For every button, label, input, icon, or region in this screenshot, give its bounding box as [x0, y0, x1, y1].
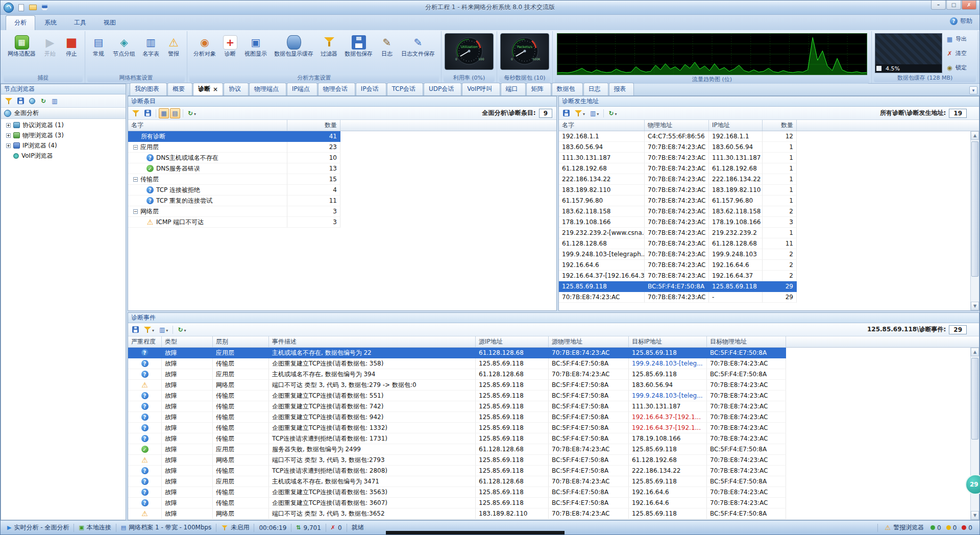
column-header[interactable]: 目标物理地址	[707, 336, 786, 347]
diagnosis-event-row[interactable]: 故障 应用层 服务器失败, 数据包编号为 2499 61.128.128.68 …	[128, 444, 786, 455]
ribbon-tab[interactable]: 视图	[95, 16, 124, 30]
ribbon-button[interactable]: 常规	[88, 33, 109, 59]
diagnosis-item-row[interactable]: DNS主机或域名不存在 10	[128, 153, 340, 163]
ribbon-tab[interactable]: 分析	[6, 15, 35, 30]
scrollbar-thumb[interactable]	[971, 141, 978, 277]
view-tab[interactable]: 端口	[501, 83, 526, 95]
maximize-button[interactable]	[946, 1, 961, 10]
column-header[interactable]: 事件描述	[269, 336, 476, 347]
column-header[interactable]: 数量	[763, 120, 797, 131]
address-row[interactable]: 61.128.128.68 70:7B:E8:74:23:AC 61.128.1…	[559, 238, 797, 249]
diagnosis-event-row[interactable]: 故障 传输层 企图重复建立TCP连接(请看数据包: 1332) 125.85.6…	[128, 423, 786, 433]
view-tab[interactable]: 报表	[609, 83, 634, 95]
ribbon-button[interactable]: 警报	[163, 33, 184, 59]
diagnosis-item-row[interactable]: ICMP 端口不可达 3	[128, 217, 340, 228]
address-row[interactable]: 61.128.192.68 70:7B:E8:74:23:AC 61.128.1…	[559, 163, 797, 174]
ribbon-button[interactable]: 节点分组	[110, 33, 138, 59]
save-project-icon[interactable]	[40, 3, 49, 12]
ribbon-button[interactable]: 数据包显示缓存	[271, 33, 316, 59]
app-logo-icon[interactable]	[4, 3, 14, 13]
save-icon[interactable]	[561, 108, 572, 118]
address-row[interactable]: 183.60.56.94 70:7B:E8:74:23:AC 183.60.56…	[559, 142, 797, 153]
address-row[interactable]: 70:7B:E8:74:23:AC 70:7B:E8:74:23:AC - 29	[559, 292, 797, 303]
stop-button[interactable]: 停止	[61, 33, 82, 59]
scroll-down-icon[interactable]	[971, 511, 979, 520]
column-header[interactable]: 严重程度	[128, 336, 162, 347]
view-tab[interactable]: TCP会话	[387, 83, 423, 95]
diagnosis-event-row[interactable]: 故障 传输层 企图重复建立TCP连接(请看数据包: 742) 125.85.69…	[128, 401, 786, 412]
ribbon-button[interactable]: 名字表	[139, 33, 162, 59]
diagnosis-event-row[interactable]: 故障 应用层 主机或域名不存在, 数据包编号为 22 61.128.128.68…	[128, 348, 786, 358]
minimize-button[interactable]	[931, 1, 946, 10]
tree-item[interactable]: IP浏览器 (4)	[1, 140, 126, 151]
refresh-icon[interactable]	[38, 96, 48, 106]
view-tab[interactable]: 数据包	[552, 83, 583, 95]
view-tab[interactable]: 矩阵	[526, 83, 551, 95]
expand-icon[interactable]	[6, 133, 11, 138]
diagnosis-event-row[interactable]: 故障 传输层 企图重复建立TCP连接(请看数据包: 3563) 125.85.6…	[128, 487, 786, 498]
view-tab[interactable]: VoIP呼叫	[462, 83, 500, 95]
ribbon-button[interactable]: 分析对象	[190, 33, 219, 59]
ribbon-button[interactable]: 诊断	[220, 33, 240, 59]
ribbon-button[interactable]: 日志	[377, 33, 397, 59]
view-tab[interactable]: 日志	[583, 83, 608, 95]
filter-icon[interactable]	[3, 96, 14, 106]
expand-icon[interactable]	[6, 123, 11, 128]
diagnosis-event-row[interactable]: 故障 传输层 TCP连接请求遭到拒绝(请看数据包: 2808) 125.85.6…	[128, 466, 786, 476]
address-row[interactable]: 219.232.239.2-[www.csna... 70:7B:E8:74:2…	[559, 228, 797, 238]
diagnosis-item-row[interactable]: 网络层 3	[128, 206, 340, 217]
diagnosis-event-row[interactable]: 故障 应用层 主机或域名不存在, 数据包编号为 394 61.128.128.6…	[128, 369, 786, 380]
view-tab[interactable]: 协议	[224, 83, 249, 95]
new-project-icon[interactable]	[16, 3, 26, 12]
scroll-down-icon[interactable]	[971, 302, 979, 310]
filter-icon[interactable]	[130, 108, 141, 118]
expand-icon[interactable]	[6, 143, 11, 148]
save-icon[interactable]	[142, 108, 153, 118]
refresh-icon[interactable]	[186, 108, 198, 118]
diagnosis-event-row[interactable]: 故障 网络层 端口不可达 类型 3, 代码 3, 数据包:2793 125.85…	[128, 455, 786, 466]
scrollbar-thumb[interactable]	[971, 358, 978, 440]
diagnosis-item-row[interactable]: 传输层 15	[128, 174, 340, 185]
columns-icon[interactable]	[157, 325, 170, 335]
grid-icon[interactable]	[50, 96, 60, 106]
tree-item[interactable]: 协议浏览器 (1)	[1, 120, 126, 130]
diagnosis-event-row[interactable]: 故障 传输层 TCP连接请求遭到拒绝(请看数据包: 1731) 125.85.6…	[128, 433, 786, 444]
vertical-scrollbar[interactable]	[970, 131, 979, 310]
buffer-button[interactable]: 导出	[946, 35, 975, 43]
ribbon-button[interactable]: 视图显示	[241, 33, 270, 59]
diagnosis-event-row[interactable]: 故障 网络层 端口不可达 类型 3, 代码 3, 数据包:279 -> 数据包:…	[128, 380, 786, 391]
tree-item[interactable]: 物理浏览器 (3)	[1, 130, 126, 140]
diagnosis-item-row[interactable]: 应用层 23	[128, 142, 340, 153]
column-header[interactable]: 层别	[213, 336, 269, 347]
address-row[interactable]: 199.9.248.103-[telegraph... 70:7B:E8:74:…	[559, 249, 797, 260]
column-header[interactable]: 名字	[128, 120, 287, 131]
column-header[interactable]: 源物理地址	[549, 336, 629, 347]
address-row[interactable]: 183.189.82.110 70:7B:E8:74:23:AC 183.189…	[559, 185, 797, 196]
view-tab[interactable]: UDP会话	[424, 83, 461, 95]
node-browser-root[interactable]: 全面分析	[1, 108, 126, 119]
diagnosis-event-row[interactable]: 故障 传输层 企图重复建立TCP连接(请看数据包: 3607) 125.85.6…	[128, 498, 786, 508]
filter-icon[interactable]	[142, 325, 156, 335]
view-tab[interactable]: 诊断×	[193, 83, 223, 95]
diagnosis-event-row[interactable]: 故障 网络层 端口不可达 类型 3, 代码 3, 数据包:3652 183.18…	[128, 508, 786, 519]
locate-icon[interactable]	[27, 96, 37, 106]
address-row[interactable]: 183.62.118.158 70:7B:E8:74:23:AC 183.62.…	[559, 206, 797, 217]
address-row[interactable]: 192.16.64.6 70:7B:E8:74:23:AC 192.16.64.…	[559, 260, 797, 271]
column-header[interactable]: 源IP地址	[476, 336, 549, 347]
ribbon-button[interactable]: 过滤器	[317, 33, 340, 59]
help-button[interactable]: 帮助	[950, 17, 972, 26]
column-header[interactable]: IP地址	[709, 120, 763, 131]
address-row[interactable]: 61.157.96.80 70:7B:E8:74:23:AC 61.157.96…	[559, 196, 797, 206]
save-icon[interactable]	[130, 325, 141, 335]
tab-close-icon[interactable]: ×	[213, 86, 218, 93]
tab-list-button[interactable]	[969, 86, 977, 94]
view-tab[interactable]: 物理端点	[249, 83, 286, 95]
view-tab[interactable]: IP会话	[356, 83, 386, 95]
view-tab[interactable]: 概要	[167, 83, 192, 95]
chart-view-icon[interactable]	[159, 108, 169, 118]
columns-icon[interactable]	[588, 108, 601, 118]
address-row[interactable]: 178.19.108.166 70:7B:E8:74:23:AC 178.19.…	[559, 217, 797, 228]
column-header[interactable]: 物理地址	[645, 120, 709, 131]
diagnosis-event-row[interactable]: 故障 应用层 主机或域名不存在, 数据包编号为 3471 61.128.128.…	[128, 476, 786, 487]
address-row[interactable]: 192.168.1.1 C4:C7:55:6F:86:56 192.168.1.…	[559, 131, 797, 142]
